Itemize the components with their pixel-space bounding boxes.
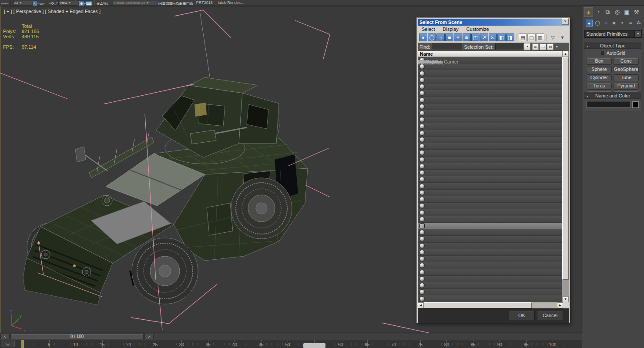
list-item[interactable]: tower_right_mirror xyxy=(418,295,563,302)
primitive-button[interactable]: Sphere xyxy=(587,66,612,73)
list-item[interactable]: interior_dashboard xyxy=(418,176,563,183)
list-item[interactable]: Front_left_wheel xyxy=(418,123,563,130)
primitive-button[interactable]: Torus xyxy=(587,83,612,90)
display-lights-icon[interactable]: ☼ xyxy=(436,33,445,41)
list-item[interactable]: Gun_tower_glass xyxy=(418,157,563,163)
collapse-icon[interactable]: - xyxy=(584,43,590,48)
menu-item[interactable]: Select xyxy=(422,27,435,32)
previous-frame-icon[interactable]: < xyxy=(0,334,10,339)
selection-filter-dropdown[interactable]: All▼ xyxy=(13,0,32,6)
list-item[interactable]: Front_glass xyxy=(418,110,563,117)
tab-motion[interactable]: ◎ xyxy=(613,7,622,17)
category-helpers-icon[interactable]: ⌖ xyxy=(619,20,626,27)
align-icon[interactable]: ≣ xyxy=(162,1,165,6)
filter-icon[interactable]: ▽ xyxy=(549,33,557,41)
angle-snap-icon[interactable]: ∠ xyxy=(100,1,103,6)
dialog-titlebar[interactable]: Select From Scene xyxy=(418,19,569,26)
list-item[interactable]: right_mirror xyxy=(418,262,563,269)
object-color-swatch[interactable] xyxy=(632,101,639,108)
primitive-button[interactable]: Box xyxy=(587,58,612,65)
select-and-rotate-icon[interactable]: ⟳ xyxy=(51,1,55,6)
list-item[interactable]: Back_right_door xyxy=(418,70,563,77)
more-options-icon[interactable]: ▼ xyxy=(555,45,558,48)
material-editor-icon[interactable]: ◉ xyxy=(179,1,182,6)
display-spacewarps-icon[interactable]: ≋ xyxy=(463,33,471,41)
reference-coordinate-dropdown[interactable]: View▼ xyxy=(58,0,78,6)
name-column-header[interactable]: Name xyxy=(418,51,563,57)
display-shapes-icon[interactable]: ◯ xyxy=(428,33,436,41)
time-slider-thumb[interactable]: 0 / 100 xyxy=(10,334,144,339)
layer-manager-icon[interactable]: ▤ xyxy=(165,1,169,6)
snap-toggle-icon[interactable]: ◈ xyxy=(97,1,100,6)
primitive-button[interactable]: GeoSphere xyxy=(614,66,639,73)
trackbar-scroll-thumb[interactable] xyxy=(303,343,325,348)
select-and-scale-icon[interactable]: ⤢ xyxy=(54,1,57,6)
object-name-input[interactable] xyxy=(587,101,631,108)
list-item[interactable]: Left_door_hinge xyxy=(418,196,563,203)
collapse-icon[interactable]: - xyxy=(584,93,590,98)
time-slider[interactable]: < 0 / 100 > xyxy=(0,333,582,340)
selection-set-value[interactable] xyxy=(495,44,524,50)
scroll-left-icon[interactable]: ◀ xyxy=(418,302,424,308)
primitive-button[interactable]: Cone xyxy=(614,58,639,65)
display-none-icon[interactable]: ▢ xyxy=(527,33,536,41)
tab-utilities[interactable]: ⚒ xyxy=(632,7,641,17)
list-item[interactable]: M1151_Enhanced_Armament_Carrier xyxy=(418,223,563,229)
list-item[interactable]: Right_door_hinge xyxy=(418,243,563,249)
list-item[interactable]: Front_left_door xyxy=(418,117,563,123)
display-helpers-icon[interactable]: ⌖ xyxy=(454,33,462,41)
selection-set-select-icon[interactable]: ⊠ xyxy=(547,44,553,50)
category-cameras-icon[interactable]: ◙ xyxy=(610,20,617,27)
chevron-down-icon[interactable]: ▼ xyxy=(634,31,641,37)
list-item[interactable]: Left_mirror xyxy=(418,216,563,223)
display-bones-icon[interactable]: ⋋ xyxy=(489,33,497,41)
vertical-scroll-thumb[interactable] xyxy=(562,57,569,280)
named-selection-sets-dropdown[interactable]: Create Selection Se▼ xyxy=(113,0,157,6)
list-item[interactable]: bottom xyxy=(418,104,563,110)
tab-display[interactable]: ▣ xyxy=(622,7,631,17)
display-cameras-icon[interactable]: ◙ xyxy=(445,33,453,41)
category-shapes-icon[interactable]: ◯ xyxy=(594,20,601,27)
scroll-down-icon[interactable]: ▼ xyxy=(562,296,569,302)
category-systems-icon[interactable]: ⁂ xyxy=(635,20,642,27)
vertical-scrollbar[interactable]: ▲ ▼ xyxy=(562,51,569,302)
track-bar[interactable]: ⊟ 05101520253035404550556065707580859095… xyxy=(0,340,582,348)
list-item[interactable]: Back_left_wheel xyxy=(418,64,563,70)
list-item[interactable]: back_wheel xyxy=(418,84,563,90)
chevron-down-icon[interactable]: ▼ xyxy=(524,43,530,50)
ok-button[interactable]: OK xyxy=(509,311,535,320)
list-item[interactable]: Right_front_door_glass xyxy=(418,249,563,256)
bind-to-spacewarp-icon[interactable]: ≈ xyxy=(7,1,9,6)
scroll-right-icon[interactable]: ▶ xyxy=(557,302,563,308)
tab-hierarchy[interactable]: ⧉ xyxy=(603,7,612,17)
list-item[interactable]: Right_lights xyxy=(418,256,563,262)
name-color-rollout-header[interactable]: - Name and Color xyxy=(584,93,641,99)
tab-create[interactable]: ∗ xyxy=(584,7,593,17)
horizontal-scrollbar[interactable]: ◀ ▶ xyxy=(418,302,563,308)
primitive-button[interactable]: Pyramid xyxy=(614,83,639,90)
list-item[interactable]: Right_back_door_hinge xyxy=(418,236,563,242)
list-item[interactable]: back_right_wheel xyxy=(418,77,563,84)
list-item[interactable]: interior xyxy=(418,170,563,176)
primitive-button[interactable]: Tube xyxy=(614,74,639,81)
rect-selection-region-icon[interactable]: ▭ xyxy=(40,1,44,6)
list-item[interactable]: Left_front_door_glass xyxy=(418,203,563,209)
category-geometry-icon[interactable]: ● xyxy=(586,20,593,27)
tab-modify[interactable]: ◔ xyxy=(594,7,603,17)
selection-set-subtract-icon[interactable]: ⊟ xyxy=(540,44,546,50)
primitives-dropdown[interactable]: Standard Primitives ▼ xyxy=(584,30,642,38)
autogrid-checkbox[interactable] xyxy=(600,51,604,55)
filter-selection-set-icon[interactable]: ▼ xyxy=(558,33,567,41)
viewport-label[interactable]: [ + ] [ Perspective ] [ Shaded + Edged F… xyxy=(4,9,101,14)
list-item[interactable]: Gun_tower xyxy=(418,150,563,156)
list-item[interactable]: body xyxy=(418,90,563,97)
object-type-rollout-header[interactable]: - Object Type xyxy=(584,43,641,49)
cancel-button[interactable]: Cancel xyxy=(537,311,563,320)
list-item[interactable]: roof_door xyxy=(418,276,563,282)
display-details-icon[interactable]: ▥ xyxy=(536,33,544,41)
spinner-snap-icon[interactable]: ↕ xyxy=(107,1,109,6)
category-spacewarps-icon[interactable]: ≋ xyxy=(627,20,634,27)
current-frame-marker[interactable] xyxy=(21,340,24,348)
menu-item[interactable]: Customize xyxy=(466,27,489,32)
display-containers-icon[interactable]: ◧ xyxy=(497,33,506,41)
